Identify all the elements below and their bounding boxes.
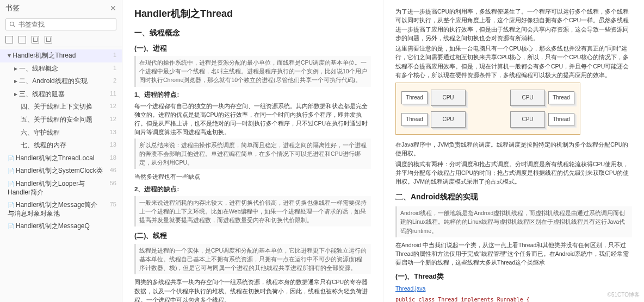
bookmark-page-number: 1 [107, 65, 116, 71]
section-1-2: (二)、线程 [134, 231, 371, 241]
bookmark-label: Handler机制之Looper与Handler简介 [8, 180, 107, 197]
bookmark-page-number: 13 [107, 141, 116, 148]
quote-block: Android线程，一般地就是指Android虚拟机线程，而虚拟机线程是由通过系… [395, 206, 632, 237]
quote-block: 线程是进程的一个实体，是CPU调度和分配的基本单位，它比进程更下小能独立运行的基… [134, 244, 371, 275]
cpu-thread-diagram: ThreadCPU ThreadCPU ThreadCPU ThreadCPU [395, 83, 580, 135]
body-text: 这里需要注意的是，如果一台电脑只有一个CPU核心，那么多线也并没有真正的"同时"… [395, 44, 632, 79]
sidebar-tools [0, 34, 122, 47]
bookmark-page-number: 12 [107, 116, 116, 122]
cpu-box: CPU [431, 111, 466, 128]
search-input[interactable] [18, 21, 113, 28]
bookmark-label: Handler机制之MessageQ [8, 222, 107, 231]
svg-point-0 [10, 22, 14, 26]
bookmark-label: 三、线程的阻塞 [14, 90, 107, 99]
bookmark-page-number: 18 [107, 154, 116, 161]
thread-box: Thread [401, 113, 428, 126]
body-text: 为了进一步提高CPU的利用率，多线程便诞生了。一个程序可以运行多个线程，多个线程… [395, 7, 632, 42]
bookmark-tree: Handler机制之Thread1一、线程概念1二、Android线程的实现2三… [0, 47, 122, 302]
cpu-box: CPU [510, 111, 545, 128]
tool-expand-icon[interactable] [5, 36, 13, 43]
sidebar-title: 书签 [5, 3, 20, 13]
bookmark-page-number: 13 [107, 129, 116, 135]
page-left: Handler机制之Thread 一、线程概念 (一)、进程 在现代的操作系统中… [122, 0, 383, 302]
bookmark-label: 五、关于线程的安全问题 [21, 116, 107, 124]
cpu-box: CPU [431, 90, 466, 106]
body-text: 每一个进程都有自己的独立的一块内存空间、一组资源系统。其内部数据和状态都是完全独… [134, 102, 371, 137]
thread-box: Thread [548, 91, 574, 104]
tool-bookmark-icon[interactable] [32, 36, 39, 43]
bookmark-label: 七、线程的内存 [21, 141, 107, 150]
quote-block: 在现代的操作系统中，进程是资源分配的最小单位，而线程是CPU调度的基本单位。一个… [134, 56, 371, 87]
h4-process-cons: 2、进程的缺点: [134, 185, 371, 194]
thread-box: Thread [401, 91, 428, 104]
bookmark-item[interactable]: Handler机制之ThreadLocal18 [0, 152, 122, 165]
code-block: public class Thread implements Runnable … [395, 295, 632, 302]
body-text: 在Java程序中，JVM负责线程的调度。线程调度是按照特定的机制为多个线程分配C… [395, 140, 632, 158]
doc-title: Handler机制之Thread [134, 7, 371, 22]
cpu-box: CPU [510, 90, 545, 106]
bookmark-item[interactable]: 七、线程的内存13 [0, 139, 122, 152]
bookmark-label: 四、关于线程上下文切换 [21, 103, 107, 111]
bookmark-item[interactable]: 一、线程概念1 [0, 62, 122, 76]
bookmark-item[interactable]: 五、关于线程的安全问题12 [0, 114, 122, 127]
section-2: 二、Android线程的实现 [395, 191, 632, 203]
h4-process-feature: 1、进程的特点: [134, 90, 371, 100]
bookmark-item[interactable]: Handler机制之Looper与Handler简介56 [0, 178, 122, 199]
bookmark-label: 一、线程概念 [14, 65, 107, 73]
watermark: ©51CTO博客 [608, 291, 640, 299]
body-text: 同类的多线程共享一块内存空间个一组系统资源，线程本身的数据通常只有CPU的寄存器… [134, 278, 371, 302]
document-view: Handler机制之Thread 一、线程概念 (一)、进程 在现代的操作系统中… [122, 0, 644, 302]
bookmark-page-number: 1 [107, 52, 116, 58]
search-box[interactable] [5, 18, 116, 30]
tool-bookmark2-icon[interactable] [45, 36, 52, 43]
bookmark-item[interactable]: 二、Android线程的实现2 [0, 75, 122, 88]
bookmark-page-number: 46 [107, 167, 116, 173]
bookmark-label: 六、守护线程 [21, 129, 107, 137]
bookmark-item[interactable]: Handler机制之Message简介与消息对象对象池75 [0, 199, 122, 220]
bookmark-page-number: 2 [107, 77, 116, 84]
bookmark-label: 二、Android线程的实现 [14, 77, 107, 86]
section-2-1: (一)、Thread类 [395, 272, 632, 282]
bookmark-item[interactable]: 六、守护线程13 [0, 127, 122, 140]
body-text: 在Android 中当我们说起一个类，从这一点上看Thread和其他类并没有任何… [395, 241, 632, 267]
thread-box: Thread [548, 113, 574, 126]
close-icon[interactable]: ✕ [110, 4, 116, 12]
bookmark-label: Handler机制之Thread [8, 52, 107, 60]
bookmark-label: Handler机制之Message简介与消息对象对象池 [8, 201, 107, 218]
bookmark-label: Handler机制之SystemClock类 [8, 167, 107, 175]
bookmarks-sidebar: 书签 ✕ Handler机制之Thread1一、线程概念1二、Android线程… [0, 0, 122, 302]
bookmark-item[interactable]: Handler机制之Thread1 [0, 49, 122, 62]
body-text: 调度的模式有两种：分时调度和抢占式调度。分时调度是所有线程轮流获得CPU使用权，… [395, 160, 632, 186]
body-text: 当然多进程也有一些缺点 [134, 172, 371, 181]
sidebar-header: 书签 ✕ [0, 0, 122, 16]
search-row [0, 16, 122, 34]
search-icon [9, 21, 16, 28]
bookmark-item[interactable]: 三、线程的阻塞11 [0, 88, 122, 101]
bookmark-page-number: 11 [107, 90, 116, 97]
bookmark-page-number: 75 [107, 201, 116, 207]
tool-collapse-icon[interactable] [18, 36, 26, 43]
section-1-1: (一)、进程 [134, 43, 371, 54]
bookmark-label: Handler机制之ThreadLocal [8, 154, 107, 163]
quote-block: 所以总结来说：进程由操作系统调度，简单而且稳定，进程之间的隔离性好，一个进程的奔… [134, 139, 371, 169]
page-right: 为了进一步提高CPU的利用率，多线程便诞生了。一个程序可以运行多个线程，多个线程… [383, 0, 644, 302]
thread-java-link[interactable]: Thread.java [395, 285, 425, 292]
quote-block: 一般来说进程消耗的内存比较大，进程切换代价很高，进程切换也像线程一样需要保持上一… [134, 196, 371, 227]
section-1: 一、线程概念 [134, 27, 371, 39]
bookmark-page-number: 12 [107, 103, 116, 109]
svg-line-1 [14, 26, 15, 27]
bookmark-item[interactable]: Handler机制之MessageQ [0, 220, 122, 233]
bookmark-item[interactable]: 四、关于线程上下文切换12 [0, 100, 122, 114]
bookmark-item[interactable]: Handler机制之SystemClock类46 [0, 165, 122, 178]
bookmark-page-number: 56 [107, 180, 116, 186]
